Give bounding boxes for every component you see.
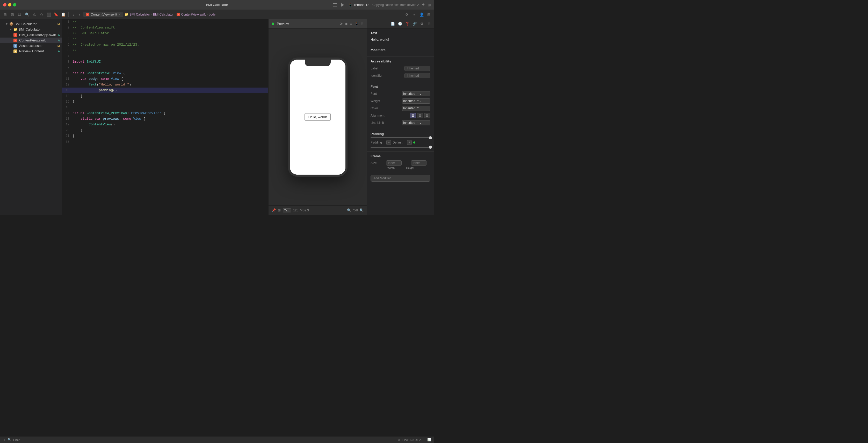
test-navigator-btn[interactable]: ◇	[38, 11, 44, 18]
padding-slider-fill	[371, 137, 412, 138]
frame-width-field[interactable]: Inher	[386, 160, 402, 166]
zoom-in-icon[interactable]: 🔍	[360, 208, 364, 212]
accessibility-label-field[interactable]: Inherited	[404, 66, 430, 71]
debug-navigator-btn[interactable]: ⬛	[45, 11, 52, 18]
inspector-layout-btn[interactable]: ⊞	[426, 21, 432, 27]
author-btn[interactable]: 👤	[418, 11, 425, 18]
source-control-btn[interactable]: ⊟	[9, 11, 16, 18]
code-line-12: 12 Text("Hello, world!")	[62, 82, 268, 88]
run-button[interactable]	[340, 2, 345, 7]
traffic-lights	[3, 3, 16, 6]
add-button[interactable]: +	[422, 2, 425, 7]
minimize-button[interactable]	[8, 3, 11, 6]
device-name: 📱	[348, 3, 352, 7]
padding-slider-thumb[interactable]	[429, 136, 432, 139]
code-line-17: 17 struct ContentView_Previews: PreviewP…	[62, 110, 268, 116]
inspector-title-section: Text Hello, world!	[367, 29, 434, 45]
padding-plus-btn[interactable]: +	[407, 140, 412, 145]
folder-icon: 📁	[124, 12, 128, 16]
preview-duplicate-icon[interactable]: ⊕	[349, 22, 352, 26]
file-tab[interactable]: S ContentView.swift ✕	[83, 12, 123, 17]
preview-device-icon[interactable]: 📱	[354, 22, 359, 26]
font-font-field[interactable]: Inherited ⌃⌄	[402, 91, 430, 96]
sidebar-navigator-btn[interactable]: ⊞	[2, 11, 8, 18]
close-button[interactable]	[3, 3, 6, 6]
minimap-btn[interactable]: ≡	[411, 11, 417, 18]
breadcrumb-folder[interactable]: BMI Calculator	[153, 13, 174, 16]
line-num-7: 7	[62, 53, 72, 59]
inspector-history-btn[interactable]: 🕐	[397, 21, 403, 27]
code-line-2: 2 // ContentView.swift	[62, 25, 268, 31]
sidebar-item-preview-content[interactable]: ▶ Preview Content A	[0, 49, 62, 54]
inspector-attributes-btn[interactable]: ⚙	[419, 21, 425, 27]
align-left-btn[interactable]: ☰	[410, 113, 416, 118]
device-label: iPhone 12	[354, 3, 369, 7]
device-selector[interactable]: 📱 iPhone 12	[348, 3, 369, 7]
issue-navigator-btn[interactable]: ⚠	[31, 11, 37, 18]
font-weight-field[interactable]: Inherited ⌃⌄	[402, 98, 430, 104]
forward-navigation-btn[interactable]: ›	[77, 12, 82, 17]
code-content-1: //	[72, 19, 268, 25]
frame-size-label: Size	[371, 161, 381, 165]
preview-refresh-icon[interactable]: ⟳	[340, 22, 343, 26]
inspector-link-btn[interactable]: 🔗	[412, 21, 417, 27]
padding-slider-track-top[interactable]	[371, 137, 430, 138]
preview-pin-icon[interactable]: 📌	[272, 208, 276, 212]
breadcrumb-file[interactable]: ContentView.swift	[181, 13, 206, 16]
preview-layout-icon[interactable]: ⊞	[361, 22, 364, 26]
symbol-navigator-btn[interactable]: @	[17, 11, 23, 18]
maximize-button[interactable]	[13, 3, 16, 6]
layout-toggle[interactable]: ⊞	[428, 3, 431, 7]
padding-minus-btn[interactable]: –	[386, 140, 391, 145]
frame-height-label: Height	[401, 166, 419, 170]
preview-settings-icon[interactable]: ◉	[345, 22, 347, 26]
align-right-btn[interactable]: ☰	[424, 113, 430, 118]
preview-toolbar: Preview ⟳ ◉ ⊕ 📱 ⊞	[269, 19, 367, 29]
inspector-toggle-btn[interactable]: ⊟	[426, 11, 432, 18]
sidebar-item-project[interactable]: ▼ 📦 BMI Calculator M	[0, 21, 62, 27]
sidebar-item-assets[interactable]: ◉ Assets.xcassets M	[0, 43, 62, 49]
line-num-13: 13	[62, 88, 72, 93]
breadcrumb-project[interactable]: BMI Calculator	[129, 13, 150, 16]
inline-diff-btn[interactable]: ⟳	[404, 11, 410, 18]
padding-slider-track-bottom[interactable]	[371, 147, 430, 148]
breakpoint-navigator-btn[interactable]: 🔖	[53, 11, 59, 18]
app-file-badge: A	[58, 33, 60, 36]
inspector-value: Hello, world!	[371, 36, 430, 42]
disclosure-arrow-project: ▼	[5, 23, 8, 25]
frame-height-field[interactable]: Inher	[411, 160, 427, 166]
frame-minus-btn[interactable]: —	[403, 161, 406, 165]
sidebar-item-folder[interactable]: ▼ 📁 BMI Calculator	[0, 27, 62, 32]
code-content-14: }	[72, 93, 268, 99]
code-content-19: ContentView()	[72, 122, 268, 127]
line-limit-field[interactable]: Inherited ⌃⌄	[402, 120, 430, 125]
sidebar-item-app-file[interactable]: S BMI_CalculatorApp.swift A	[0, 32, 62, 37]
align-center-btn[interactable]: ☰	[417, 113, 423, 118]
breadcrumb-swift-icon: S	[177, 13, 180, 16]
sidebar-app-label: BMI_CalculatorApp.swift	[19, 33, 56, 37]
zoom-out-icon[interactable]: 🔍	[347, 208, 351, 212]
padding-controls-row: Padding – Default +	[371, 139, 430, 146]
back-navigation-btn[interactable]: ‹	[71, 12, 76, 17]
code-content-2: // ContentView.swift	[72, 25, 268, 31]
sidebar-toggle[interactable]	[333, 3, 337, 6]
code-content-22	[72, 139, 268, 145]
code-editor[interactable]: 1 // 2 // ContentView.swift 3 // BMI Cal…	[62, 19, 268, 215]
padding-slider-thumb-b[interactable]	[429, 146, 432, 149]
breadcrumb-sep-1: ›	[151, 13, 152, 16]
font-color-field[interactable]: Inherited ⌃⌄	[402, 106, 430, 111]
breadcrumb-symbol[interactable]: body	[209, 13, 215, 16]
line-num-10: 10	[62, 70, 72, 76]
sidebar-item-contentview[interactable]: S ContentView.swift A	[0, 37, 62, 43]
inspector-toolbar: 📄 🕐 ❓ 🔗 ⚙ ⊞	[367, 19, 434, 29]
accessibility-identifier-field[interactable]: Inherited	[404, 73, 430, 78]
inspector-file-btn[interactable]: 📄	[390, 21, 396, 27]
inspector-help-btn[interactable]: ❓	[404, 21, 410, 27]
tab-close-icon[interactable]: ✕	[118, 13, 121, 16]
find-navigator-btn[interactable]: 🔍	[24, 11, 30, 18]
window-title: BMI Calculator	[206, 3, 228, 7]
add-modifier-button[interactable]: Add Modifier	[371, 175, 430, 182]
preview-grid-icon[interactable]: ⊞	[278, 208, 281, 212]
preview-badge: A	[58, 50, 60, 53]
report-navigator-btn[interactable]: 📋	[60, 11, 66, 18]
